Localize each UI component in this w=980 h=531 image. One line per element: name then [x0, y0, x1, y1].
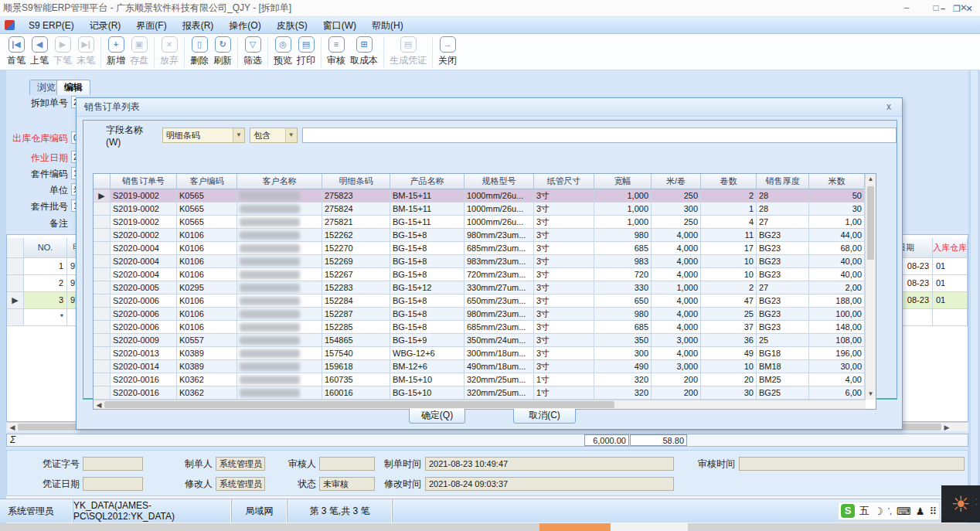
filter-value-input[interactable]: [302, 128, 897, 143]
person-icon[interactable]: ♟: [916, 505, 925, 517]
table-row[interactable]: S2020-0014K0389159618BM-12+6490mm/18um..…: [94, 360, 876, 373]
table-row[interactable]: S2020-0013K0389157540WBG-12+6300mm/18um.…: [94, 347, 876, 360]
toolbar-audit-button[interactable]: ≡审核: [325, 36, 348, 67]
cell: 4,000: [652, 308, 701, 321]
moon-icon[interactable]: ☽: [874, 505, 883, 517]
col-header-2[interactable]: 客户名称: [237, 174, 322, 189]
window-minimize-button[interactable]: –: [895, 0, 918, 17]
scroll-left-icon[interactable]: ◀: [7, 424, 18, 431]
table-row[interactable]: S2019-0002K0565275821BG-15+111000mm/26u.…: [94, 216, 876, 229]
row-indicator: [7, 309, 24, 326]
col-header-7[interactable]: 宽幅: [594, 174, 652, 189]
wubi-icon[interactable]: 五: [859, 504, 869, 518]
scroll-left-icon[interactable]: ◀: [94, 401, 104, 409]
mdi-restore-button[interactable]: ❐: [951, 0, 963, 17]
footer-field-1-1[interactable]: 系统管理员: [216, 477, 265, 491]
dialog-close-icon[interactable]: x: [882, 100, 896, 114]
mdi-minimize-button[interactable]: –: [937, 0, 949, 17]
table-row[interactable]: ▶S2019-0002K0565275823BM-15+111000mm/26u…: [94, 189, 876, 203]
menu-item-2[interactable]: 界面(F): [128, 17, 174, 34]
cell: 3寸: [534, 360, 594, 373]
bg-col-1[interactable]: 入库仓库: [933, 238, 968, 258]
table-row[interactable]: S2020-0005K0295152283BG-15+12330mm/27um.…: [94, 281, 876, 294]
col-header-1[interactable]: 客户编码: [177, 174, 237, 189]
menu-item-1[interactable]: 记录(R): [82, 17, 129, 34]
grid-hscrollbar[interactable]: ◀: [94, 400, 866, 409]
toolbar-first-button[interactable]: |◀首笔: [5, 36, 28, 67]
footer-field-1-2[interactable]: 未审核: [319, 477, 375, 491]
toolbar-filter-button[interactable]: ▽筛选: [241, 36, 264, 67]
tab-edit[interactable]: 编辑: [56, 80, 90, 95]
table-row[interactable]: S2020-0004K0106152270BG-15+8685mm/23um..…: [94, 242, 876, 255]
save-icon: ▣: [131, 36, 148, 53]
cancel-button[interactable]: 取消(C): [513, 407, 576, 424]
toolbar-print-button[interactable]: ▤打印: [294, 36, 318, 67]
table-row[interactable]: S2020-0004K0106152269BG-15+8983mm/23um..…: [94, 255, 876, 268]
table-row[interactable]: S2020-0006K0106152287BG-15+8980mm/23um..…: [94, 308, 876, 321]
grid-icon[interactable]: ⠿: [929, 505, 937, 517]
table-row[interactable]: S2020-0016K0362160735BM-15+10320mm/25um.…: [94, 373, 876, 386]
cell: BM-15+11: [390, 189, 464, 203]
menu-item-3[interactable]: 报表(R): [175, 17, 222, 34]
sogou-s-icon[interactable]: S: [841, 504, 855, 518]
toolbar-preview-button[interactable]: ◎预览: [271, 36, 294, 67]
scrollbar-thumb[interactable]: [104, 401, 614, 408]
cell: [933, 309, 968, 326]
col-header-0[interactable]: 销售订单号: [111, 174, 177, 189]
col-header-9[interactable]: 卷数: [701, 174, 757, 189]
scrollbar-thumb[interactable]: [867, 186, 874, 260]
scroll-up-icon[interactable]: ▲: [866, 174, 876, 185]
menu-item-6[interactable]: 窗口(W): [315, 17, 364, 34]
col-header-11[interactable]: 米数: [809, 174, 865, 189]
toolbar-add-button[interactable]: +新增: [104, 36, 128, 67]
footer-field-0-0[interactable]: [83, 457, 143, 471]
footer-field-0-1[interactable]: 系统管理员: [216, 457, 265, 471]
footer-field-1-0[interactable]: [83, 477, 143, 491]
toolbar-refresh-button[interactable]: ↻刷新: [211, 36, 234, 67]
corner-app-icon[interactable]: ☀ ··: [941, 485, 980, 522]
table-row[interactable]: S2019-0002K0565275824BM-15+111000mm/26u.…: [94, 203, 876, 216]
cell: [237, 347, 322, 360]
scroll-down-icon[interactable]: ▼: [866, 389, 876, 400]
col-header-4[interactable]: 产品名称: [390, 174, 464, 189]
col-header-8[interactable]: 米/卷: [652, 174, 701, 189]
operator-combo[interactable]: 包含 ▼: [250, 128, 298, 143]
toolbar-prev-button[interactable]: ◀上笔: [28, 36, 51, 67]
menu-item-0[interactable]: S9 ERP(E): [21, 17, 82, 34]
toolbar-delete-button[interactable]: ▯删除: [188, 36, 211, 67]
taskbar-active-item[interactable]: [539, 523, 611, 531]
toolbar-cost-button[interactable]: ⊞取成本: [348, 36, 380, 67]
chevron-down-icon[interactable]: ▼: [285, 128, 297, 142]
col-header-5[interactable]: 规格型号: [464, 174, 534, 189]
menu-item-4[interactable]: 操作(O): [221, 17, 268, 34]
table-row[interactable]: S2020-0006K0106152285BG-15+8685mm/23um..…: [94, 321, 876, 334]
footer-field-0-3[interactable]: 2021-08-23 10:49:47: [425, 457, 674, 471]
taskbar-item[interactable]: [611, 523, 688, 531]
apostrophe-icon[interactable]: ’,: [888, 507, 892, 516]
sum-value-meters: 58.80: [630, 434, 687, 446]
bg-col-0[interactable]: NO.: [24, 238, 67, 258]
footer-field-1-3[interactable]: 2021-08-24 09:03:37: [425, 477, 674, 491]
cell: 983mm/23um...: [464, 255, 534, 268]
keyboard-icon[interactable]: ⌨: [897, 505, 911, 517]
footer-field-0-2[interactable]: [319, 457, 375, 471]
table-row[interactable]: S2020-0002K0106152262BG-15+8980mm/23um..…: [94, 229, 876, 242]
table-row[interactable]: S2020-0009K0557154865BG-15+9350mm/24um..…: [94, 334, 876, 347]
chevron-down-icon[interactable]: ▼: [233, 128, 244, 142]
mdi-close-button[interactable]: ✕: [963, 0, 975, 17]
cell: 275824: [322, 203, 390, 216]
menu-item-7[interactable]: 帮助(H): [364, 17, 411, 34]
table-row[interactable]: S2020-0004K0106152267BG-15+8720mm/23um..…: [94, 268, 876, 281]
col-header-6[interactable]: 纸管尺寸: [534, 174, 594, 189]
scroll-right-icon[interactable]: ▶: [941, 424, 952, 431]
table-row[interactable]: S2020-0006K0106152284BG-15+8650mm/23um..…: [94, 294, 876, 308]
grid-vscrollbar[interactable]: ▲ ▼: [865, 174, 876, 400]
col-header-3[interactable]: 明细条码: [322, 174, 390, 189]
toolbar-close-button[interactable]: →关闭: [436, 36, 459, 67]
field-name-combo[interactable]: 明细条码 ▼: [162, 128, 245, 143]
col-header-10[interactable]: 销售厚度: [757, 174, 809, 189]
table-row[interactable]: S2020-0016K0362160016BG-15+10320mm/25um.…: [94, 386, 876, 400]
ok-button[interactable]: 确定(Q): [409, 407, 465, 424]
menu-item-5[interactable]: 皮肤(S): [269, 17, 315, 34]
footer-field-0-4[interactable]: [739, 457, 965, 471]
